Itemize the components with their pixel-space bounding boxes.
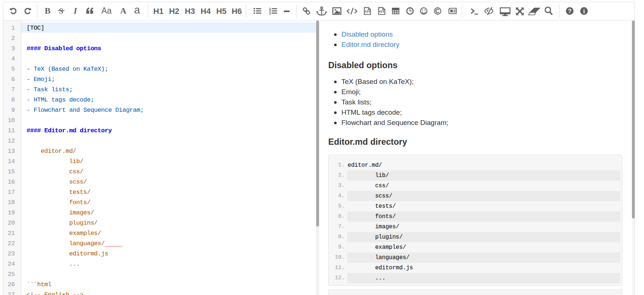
svg-text:H2: H2 <box>169 7 179 16</box>
svg-text:i: i <box>583 8 585 15</box>
svg-text:3: 3 <box>269 11 271 15</box>
svg-text:Aa: Aa <box>101 6 112 15</box>
svg-text:?: ? <box>568 8 572 14</box>
svg-text:I: I <box>73 6 78 15</box>
svg-text:a: a <box>134 4 140 16</box>
svg-text:H1: H1 <box>153 7 164 16</box>
svg-text:H6: H6 <box>232 7 242 16</box>
svg-text:S: S <box>59 6 63 15</box>
svg-text:H4: H4 <box>201 7 211 16</box>
svg-text:H5: H5 <box>216 7 226 16</box>
svg-text:H3: H3 <box>185 7 195 16</box>
svg-text:B: B <box>45 6 50 15</box>
svg-text:A: A <box>120 6 127 15</box>
